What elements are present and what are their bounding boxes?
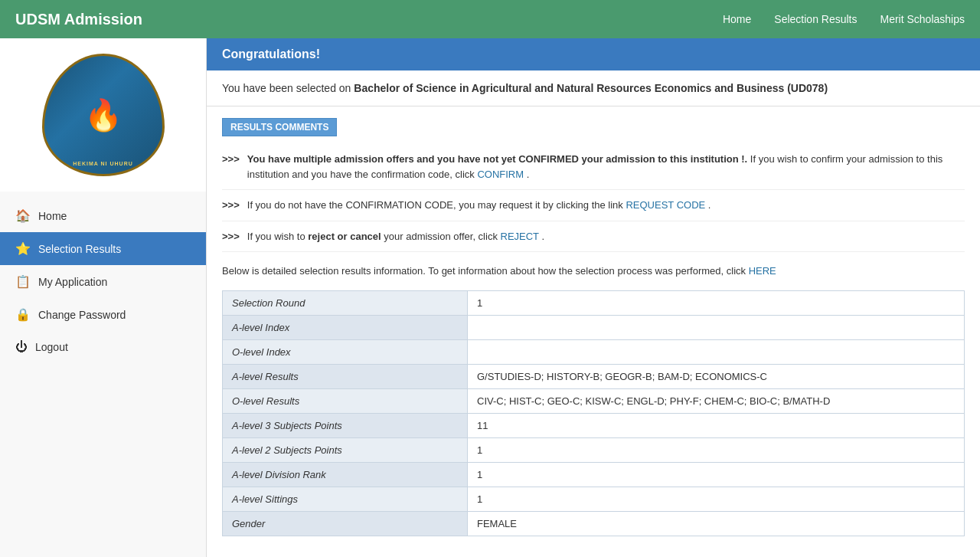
table-cell-value (468, 339, 965, 364)
table-row: O-level Index (223, 339, 965, 364)
comment-arrow-3: >>> (222, 229, 240, 242)
crest-motto: HEKIMA NI UHURU (73, 161, 133, 166)
comment3-bold: reject or cancel (308, 231, 381, 242)
comment-arrow-1: >>> (222, 152, 240, 165)
logout-icon: ⏻ (15, 340, 28, 354)
university-crest: 🔥 HEKIMA NI UHURU (42, 54, 165, 176)
comment-text-1: You have multiple admission offers and y… (247, 152, 965, 182)
sidebar: 🔥 HEKIMA NI UHURU 🏠Home⭐Selection Result… (0, 38, 207, 557)
comment-text-3: If you wish to reject or cancel your adm… (247, 229, 544, 244)
table-cell-label: O-level Index (223, 339, 468, 364)
sidebar-label-change-password: Change Password (38, 309, 126, 321)
table-cell-value: 1 (468, 290, 965, 315)
table-cell-label: A-level 2 Subjects Points (223, 437, 468, 462)
results-comments-header: RESULTS COMMENTS (222, 118, 965, 136)
sidebar-item-logout[interactable]: ⏻Logout (0, 331, 206, 363)
comment-row-1: >>> You have multiple admission offers a… (222, 144, 965, 190)
table-cell-value (468, 315, 965, 339)
table-cell-value: 1 (468, 437, 965, 462)
selection-info: You have been selected on Bachelor of Sc… (207, 70, 980, 106)
detailed-info-text: Below is detailed selection results info… (222, 264, 965, 279)
table-cell-label: Gender (223, 511, 468, 536)
navbar-links: HomeSelection ResultsMerit Scholaships (723, 13, 965, 25)
table-cell-label: Selection Round (223, 290, 468, 315)
table-row: O-level ResultsCIV-C; HIST-C; GEO-C; KIS… (223, 388, 965, 413)
table-row: A-level Index (223, 315, 965, 339)
crest-icon: 🔥 (84, 97, 122, 133)
table-cell-label: A-level 3 Subjects Points (223, 413, 468, 437)
table-cell-label: A-level Sittings (223, 487, 468, 511)
sidebar-logo: 🔥 HEKIMA NI UHURU (0, 38, 206, 192)
table-cell-value: 11 (468, 413, 965, 437)
sidebar-item-change-password[interactable]: 🔒Change Password (0, 298, 206, 331)
congratulations-text: Congratulations! (222, 48, 320, 61)
sidebar-label-selection-results: Selection Results (38, 243, 121, 255)
comment3-mid: your admission offer, click (384, 231, 500, 242)
change-password-icon: 🔒 (15, 307, 31, 322)
congratulations-banner: Congratulations! (207, 38, 980, 70)
table-cell-value: FEMALE (468, 511, 965, 536)
comment2-start: If you do not have the CONFIRMATION CODE… (247, 199, 626, 211)
table-cell-value: 1 (468, 487, 965, 511)
request-code-link[interactable]: REQUEST CODE (626, 199, 705, 211)
comments-section: >>> You have multiple admission offers a… (222, 144, 965, 252)
sidebar-nav: 🏠Home⭐Selection Results📋My Application🔒C… (0, 192, 206, 371)
sidebar-item-home[interactable]: 🏠Home (0, 199, 206, 232)
confirm-link[interactable]: CONFIRM (477, 169, 524, 180)
table-cell-value: 1 (468, 462, 965, 487)
top-navbar: UDSM Admission HomeSelection ResultsMeri… (0, 0, 980, 38)
sidebar-label-logout: Logout (35, 341, 68, 353)
comment3-start: If you wish to (247, 231, 308, 242)
sidebar-label-my-application: My Application (38, 276, 107, 288)
navbar-link-selection-results[interactable]: Selection Results (774, 13, 857, 25)
table-cell-label: O-level Results (223, 388, 468, 413)
table-row: A-level ResultsG/STUDIES-D; HISTORY-B; G… (223, 364, 965, 388)
sidebar-item-selection-results[interactable]: ⭐Selection Results (0, 232, 206, 265)
main-content: Congratulations! You have been selected … (207, 38, 980, 557)
selection-table: Selection Round1A-level IndexO-level Ind… (222, 290, 965, 536)
comment1-end: . (527, 169, 530, 180)
sidebar-item-my-application[interactable]: 📋My Application (0, 265, 206, 298)
table-cell-value: G/STUDIES-D; HISTORY-B; GEOGR-B; BAM-D; … (468, 364, 965, 388)
comment-text-2: If you do not have the CONFIRMATION CODE… (247, 198, 711, 213)
my-application-icon: 📋 (15, 274, 31, 289)
comment2-end: . (708, 199, 711, 211)
app-brand: UDSM Admission (15, 11, 723, 28)
table-row: GenderFEMALE (223, 511, 965, 536)
navbar-link-merit-scholaships[interactable]: Merit Scholaships (880, 13, 965, 25)
reject-link[interactable]: REJECT (501, 231, 539, 242)
table-cell-label: A-level Results (223, 364, 468, 388)
sidebar-label-home: Home (38, 210, 67, 222)
here-link[interactable]: HERE (749, 265, 776, 277)
comment-row-3: >>> If you wish to reject or cancel your… (222, 221, 965, 253)
table-row: Selection Round1 (223, 290, 965, 315)
comment-row-2: >>> If you do not have the CONFIRMATION … (222, 190, 965, 221)
main-layout: 🔥 HEKIMA NI UHURU 🏠Home⭐Selection Result… (0, 38, 980, 557)
home-icon: 🏠 (15, 208, 31, 223)
selection-results-icon: ⭐ (15, 241, 31, 256)
comment1-bold: You have multiple admission offers and y… (247, 153, 747, 165)
table-cell-label: A-level Index (223, 315, 468, 339)
table-row: A-level Sittings1 (223, 487, 965, 511)
table-cell-label: A-level Division Rank (223, 462, 468, 487)
table-row: A-level 3 Subjects Points11 (223, 413, 965, 437)
detailed-info-prefix: Below is detailed selection results info… (222, 265, 749, 277)
comment-arrow-2: >>> (222, 198, 240, 211)
results-comments-badge: RESULTS COMMENTS (222, 118, 337, 136)
table-row: A-level 2 Subjects Points1 (223, 437, 965, 462)
navbar-link-home[interactable]: Home (723, 13, 751, 25)
comment3-end: . (541, 231, 544, 242)
selection-info-prefix: You have been selected on (222, 82, 351, 94)
table-row: A-level Division Rank1 (223, 462, 965, 487)
table-cell-value: CIV-C; HIST-C; GEO-C; KISW-C; ENGL-D; PH… (468, 388, 965, 413)
programme-name: Bachelor of Science in Agricultural and … (354, 82, 828, 94)
